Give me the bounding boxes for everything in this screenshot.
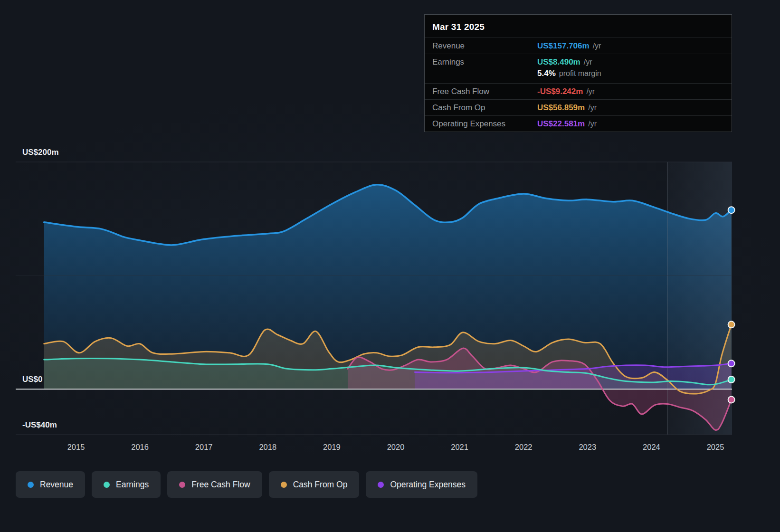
tooltip-label-revenue: Revenue [432,41,537,51]
x-axis-label: 2019 [323,443,341,451]
tooltip-row-operating-expenses: Operating Expenses US$22.581m /yr [425,115,732,132]
chart-legend: Revenue Earnings Free Cash Flow Cash Fro… [16,471,477,498]
tooltip-suffix-free-cash-flow: /yr [586,87,595,96]
tooltip-profit-margin-value: 5.4% [537,69,556,78]
x-axis-label: 2017 [195,443,213,451]
x-axis-label: 2018 [259,443,276,451]
x-axis-label: 2023 [579,443,596,451]
tooltip-row-cash-from-op: Cash From Op US$56.859m /yr [425,99,732,115]
legend-label-cash-from-op: Cash From Op [293,480,348,490]
tooltip-value-earnings: US$8.490m [537,57,580,67]
legend-item-cash-from-op[interactable]: Cash From Op [269,471,360,498]
earnings-dot-icon [104,482,110,488]
tooltip-label-operating-expenses: Operating Expenses [432,119,537,129]
x-axis-label: 2025 [707,443,724,451]
tooltip-row-earnings: Earnings US$8.490m /yr [425,54,732,68]
x-axis-label: 2016 [131,443,149,451]
revenue-dot-icon [28,482,34,488]
tooltip-suffix-cash-from-op: /yr [588,104,597,112]
legend-item-earnings[interactable]: Earnings [92,471,161,498]
earnings-end-dot [728,376,735,383]
tooltip-row-free-cash-flow: Free Cash Flow -US$9.242m /yr [425,83,732,99]
legend-label-free-cash-flow: Free Cash Flow [191,480,250,490]
cash-from-op-dot-icon [281,482,287,488]
legend-label-earnings: Earnings [116,480,149,490]
x-axis-label: 2024 [643,443,660,451]
tooltip-value-operating-expenses: US$22.581m [537,119,585,129]
legend-item-free-cash-flow[interactable]: Free Cash Flow [167,471,262,498]
tooltip-date: Mar 31 2025 [425,15,732,38]
tooltip-value-free-cash-flow: -US$9.242m [537,87,583,96]
legend-item-revenue[interactable]: Revenue [16,471,85,498]
tooltip-label-free-cash-flow: Free Cash Flow [432,87,537,96]
tooltip-row-revenue: Revenue US$157.706m /yr [425,38,732,54]
cash-from-op-end-dot [728,321,735,328]
legend-label-revenue: Revenue [40,480,73,490]
operating-expenses-dot-icon [378,482,384,488]
tooltip-suffix-operating-expenses: /yr [588,120,597,128]
free-cash-flow-dot-icon [179,482,185,488]
tooltip-label-earnings: Earnings [432,57,537,67]
y-axis-label: US$200m [22,148,59,157]
x-axis-label: 2022 [515,443,533,451]
chart-tooltip: Mar 31 2025 Revenue US$157.706m /yr Earn… [424,14,732,132]
tooltip-profit-margin-suffix: profit margin [559,69,601,78]
tooltip-suffix-earnings: /yr [584,58,592,66]
x-axis-label: 2015 [67,443,85,451]
x-axis-label: 2020 [387,443,405,451]
x-axis-label: 2021 [451,443,468,451]
free-cash-flow-end-dot [728,396,735,403]
operating-expenses-end-dot [728,360,735,367]
tooltip-value-revenue: US$157.706m [537,41,590,51]
tooltip-value-cash-from-op: US$56.859m [537,103,585,113]
y-axis-label: -US$40m [22,420,57,429]
tooltip-label-cash-from-op: Cash From Op [432,103,537,113]
revenue-end-dot [728,207,735,213]
y-axis-label: US$0 [22,375,43,384]
legend-item-operating-expenses[interactable]: Operating Expenses [366,471,477,498]
tooltip-suffix-revenue: /yr [593,42,601,50]
legend-label-operating-expenses: Operating Expenses [390,480,466,490]
tooltip-row-profit-margin: 5.4% profit margin [425,68,732,83]
